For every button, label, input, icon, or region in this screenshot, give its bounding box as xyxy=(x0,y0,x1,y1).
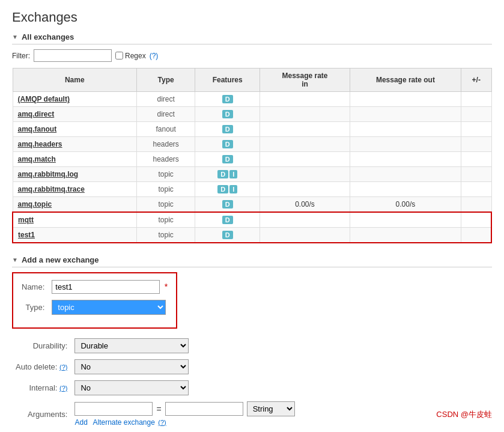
exchange-features: D xyxy=(195,137,260,152)
rate-in xyxy=(260,137,350,152)
exchange-name[interactable]: amq.topic xyxy=(13,197,137,213)
arg-value-input[interactable] xyxy=(165,402,243,416)
exchange-type: topic xyxy=(137,167,195,182)
internal-cell: No Yes xyxy=(71,377,298,398)
add-form-highlight-box: Name: * Type: direct fanout headers topi… xyxy=(12,272,177,329)
col-type: Type xyxy=(137,68,195,92)
name-row: Name: * xyxy=(18,277,171,297)
table-row: amq.fanoutfanoutD xyxy=(13,122,491,137)
rate-out xyxy=(350,122,461,137)
arg-key-input[interactable] xyxy=(74,402,153,416)
durability-row: Durability: Durable Transient xyxy=(12,335,299,356)
regex-hint-link[interactable]: (?) xyxy=(150,52,159,60)
arguments-links: Add Alternate exchange (?) xyxy=(74,418,294,427)
filter-input[interactable] xyxy=(34,49,112,62)
exchange-features: D xyxy=(195,107,260,122)
table-row: (AMQP default)directD xyxy=(13,92,491,107)
rate-in xyxy=(260,167,350,182)
rate-in xyxy=(260,182,350,197)
name-input[interactable] xyxy=(52,280,160,294)
rate-out xyxy=(350,107,461,122)
auto-delete-select[interactable]: No Yes xyxy=(74,359,189,374)
exchange-features: DI xyxy=(195,167,260,182)
exchange-name[interactable]: amq.match xyxy=(13,152,137,167)
auto-delete-row: Auto delete: (?) No Yes xyxy=(12,356,299,377)
exchange-type: direct xyxy=(137,92,195,107)
exchange-features: D xyxy=(195,228,260,243)
alt-exchange-link[interactable]: Alternate exchange xyxy=(93,418,154,427)
table-row: amq.matchheadersD xyxy=(13,152,491,167)
exchange-name[interactable]: mqtt xyxy=(13,212,137,228)
exchange-plus xyxy=(461,197,492,213)
rate-in xyxy=(260,212,350,228)
arguments-row: Arguments: = String Number Boolean Add A… xyxy=(12,398,299,430)
regex-checkbox[interactable] xyxy=(115,52,123,59)
rate-in xyxy=(260,92,350,107)
exchange-name[interactable]: amq.headers xyxy=(13,137,137,152)
rate-in: 0.00/s xyxy=(260,197,350,213)
exchange-name[interactable]: amq.rabbitmq.log xyxy=(13,167,137,182)
exchange-name[interactable]: amq.fanout xyxy=(13,122,137,137)
exchange-name[interactable]: amq.rabbitmq.trace xyxy=(13,182,137,197)
exchange-features: DI xyxy=(195,182,260,197)
durability-label: Durability: xyxy=(12,335,71,356)
table-row: amq.rabbitmq.tracetopicDI xyxy=(13,182,491,197)
filter-row: Filter: Regex (?) xyxy=(12,49,492,62)
all-exchanges-header: ▼ All exchanges xyxy=(12,32,492,44)
rate-out xyxy=(350,92,461,107)
name-input-cell: * xyxy=(48,277,171,297)
table-row: amq.directdirectD xyxy=(13,107,491,122)
rate-out xyxy=(350,152,461,167)
col-plus: +/- xyxy=(461,68,492,92)
internal-row: Internal: (?) No Yes xyxy=(12,377,299,398)
arguments-label: Arguments: xyxy=(12,398,71,430)
exchange-plus xyxy=(461,92,492,107)
rate-in xyxy=(260,152,350,167)
auto-delete-cell: No Yes xyxy=(71,356,298,377)
arguments-cell: = String Number Boolean Add Alternate ex… xyxy=(71,398,298,430)
equals-sign: = xyxy=(156,404,161,414)
exchange-type: headers xyxy=(137,137,195,152)
exchange-name[interactable]: test1 xyxy=(13,228,137,243)
internal-select[interactable]: No Yes xyxy=(74,380,189,395)
exchange-type: fanout xyxy=(137,122,195,137)
exchange-plus xyxy=(461,182,492,197)
col-rate-out: Message rate out xyxy=(350,68,461,92)
exchange-type: headers xyxy=(137,152,195,167)
regex-checkbox-label[interactable]: Regex xyxy=(115,52,146,60)
table-row: test1topicD xyxy=(13,228,491,243)
col-rate-in: Message ratein xyxy=(260,68,350,92)
exchange-type: direct xyxy=(137,107,195,122)
watermark: CSDN @牛皮蛙 xyxy=(436,409,492,420)
exchange-name[interactable]: amq.direct xyxy=(13,107,137,122)
triangle-icon: ▼ xyxy=(12,34,18,40)
type-select[interactable]: direct fanout headers topic xyxy=(52,300,166,315)
arguments-inputs: = String Number Boolean xyxy=(74,401,294,416)
rate-out xyxy=(350,137,461,152)
internal-hint[interactable]: (?) xyxy=(59,385,67,392)
durability-cell: Durable Transient xyxy=(71,335,298,356)
filter-label: Filter: xyxy=(12,52,30,60)
alt-exchange-hint[interactable]: (?) xyxy=(158,419,166,426)
durability-select[interactable]: Durable Transient xyxy=(74,338,189,353)
table-row: amq.rabbitmq.logtopicDI xyxy=(13,167,491,182)
required-star: * xyxy=(165,282,168,291)
add-arg-link[interactable]: Add xyxy=(74,418,87,427)
table-row: amq.topictopicD0.00/s0.00/s xyxy=(13,197,491,213)
arg-type-select[interactable]: String Number Boolean xyxy=(247,401,295,416)
exchange-plus xyxy=(461,107,492,122)
add-exchange-section: ▼ Add a new exchange Name: * Type: direc… xyxy=(12,255,492,432)
add-triangle-icon: ▼ xyxy=(12,257,18,263)
exchange-features: D xyxy=(195,197,260,213)
exchange-type: topic xyxy=(137,182,195,197)
exchange-plus xyxy=(461,167,492,182)
exchanges-table: Name Type Features Message ratein Messag… xyxy=(12,68,492,243)
type-row: Type: direct fanout headers topic xyxy=(18,297,171,318)
exchange-name[interactable]: (AMQP default) xyxy=(13,92,137,107)
auto-delete-hint[interactable]: (?) xyxy=(59,364,67,371)
rate-in xyxy=(260,107,350,122)
exchange-plus xyxy=(461,137,492,152)
exchange-features: D xyxy=(195,152,260,167)
table-row: amq.headersheadersD xyxy=(13,137,491,152)
table-row: mqtttopicD xyxy=(13,212,491,228)
